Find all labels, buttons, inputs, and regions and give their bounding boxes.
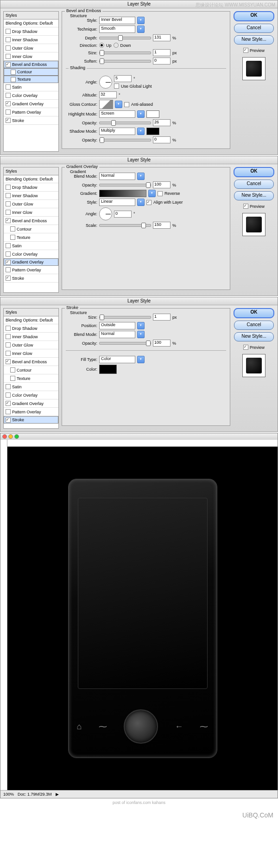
blend-mode-select[interactable]: Normal — [99, 331, 135, 338]
sh-opacity-slider[interactable] — [99, 139, 151, 141]
dropdown-icon[interactable]: ▾ — [137, 110, 145, 118]
ok-button[interactable]: OK — [234, 11, 274, 21]
style-select[interactable]: Inner Bevel — [99, 17, 135, 24]
preview-checkbox[interactable] — [243, 48, 248, 53]
checkbox[interactable] — [11, 70, 16, 75]
style-texture[interactable]: Texture — [4, 233, 58, 242]
style-satin[interactable]: Satin — [4, 83, 58, 91]
highlight-color[interactable] — [146, 110, 159, 118]
style-pattern-overlay[interactable]: Pattern Overlay — [4, 408, 58, 416]
style-color-overlay[interactable]: Color Overlay — [4, 91, 58, 100]
angle-dial[interactable] — [99, 207, 112, 220]
soften-slider[interactable] — [99, 60, 151, 63]
dropdown-icon[interactable]: ▾ — [148, 190, 156, 197]
canvas-area[interactable]: ⌂ ⁓ ← ⁓ — [7, 447, 278, 790]
cancel-button[interactable]: Cancel — [234, 321, 274, 330]
angle-input[interactable]: 0 — [114, 211, 132, 218]
checkbox[interactable] — [6, 37, 11, 42]
highlight-mode-select[interactable]: Screen — [99, 110, 135, 118]
style-bevel-emboss[interactable]: Bevel and Emboss — [4, 217, 58, 225]
preview-checkbox[interactable] — [243, 204, 248, 209]
dropdown-icon[interactable]: ▾ — [137, 331, 145, 338]
new-style-button[interactable]: New Style... — [234, 191, 274, 200]
style-inner-glow[interactable]: Inner Glow — [4, 52, 58, 61]
style-inner-shadow[interactable]: Inner Shadow — [4, 333, 58, 341]
shadow-mode-select[interactable]: Multiply — [99, 128, 135, 135]
reverse-checkbox[interactable] — [158, 191, 163, 196]
style-inner-shadow[interactable]: Inner Shadow — [4, 192, 58, 200]
altitude-input[interactable]: 32 — [99, 91, 117, 98]
stroke-size-input[interactable]: 1 — [153, 314, 171, 321]
new-style-button[interactable]: New Style... — [234, 332, 274, 341]
checkbox[interactable] — [6, 54, 11, 59]
fill-type-select[interactable]: Color — [99, 356, 135, 363]
dropdown-icon[interactable]: ▾ — [137, 356, 145, 363]
checkbox[interactable] — [6, 109, 11, 115]
dropdown-icon[interactable]: ▾ — [137, 173, 145, 180]
cancel-button[interactable]: Cancel — [234, 180, 274, 189]
style-contour[interactable]: Contour — [4, 225, 58, 233]
style-color-overlay[interactable]: Color Overlay — [4, 391, 58, 399]
new-style-button[interactable]: New Style... — [234, 35, 274, 45]
close-icon[interactable] — [2, 434, 7, 439]
zoom-icon[interactable] — [14, 434, 19, 439]
dropdown-icon[interactable]: ▾ — [137, 199, 145, 206]
angle-dial[interactable] — [99, 76, 112, 89]
style-drop-shadow[interactable]: Drop Shadow — [4, 324, 58, 333]
gloss-contour-picker[interactable] — [99, 100, 113, 109]
blending-options-row[interactable]: Blending Options: Default — [4, 19, 58, 27]
style-outer-glow[interactable]: Outer Glow — [4, 341, 58, 349]
technique-select[interactable]: Smooth — [99, 26, 135, 33]
global-light-checkbox[interactable] — [114, 84, 119, 89]
checkbox[interactable] — [6, 45, 11, 51]
stroke-size-slider[interactable] — [99, 316, 151, 319]
minimize-icon[interactable] — [8, 434, 13, 439]
style-satin[interactable]: Satin — [4, 383, 58, 391]
dropdown-icon[interactable]: ▾ — [137, 26, 145, 33]
preview-checkbox[interactable] — [243, 345, 248, 350]
style-inner-glow[interactable]: Inner Glow — [4, 349, 58, 358]
blend-mode-select[interactable]: Normal — [99, 173, 135, 180]
dropdown-icon[interactable]: ▾ — [137, 17, 145, 24]
scale-input[interactable]: 150 — [153, 222, 171, 229]
checkbox[interactable] — [6, 29, 11, 34]
gradient-picker[interactable] — [99, 190, 146, 197]
zoom-level[interactable]: 100% — [3, 792, 14, 797]
opacity-input[interactable]: 100 — [153, 181, 171, 188]
grad-style-select[interactable]: Linear — [99, 199, 135, 206]
angle-input[interactable]: 5 — [114, 75, 132, 82]
style-texture[interactable]: Texture — [4, 76, 58, 83]
hl-opacity-input[interactable]: 26 — [153, 119, 171, 126]
dropdown-icon[interactable]: ▾ — [137, 322, 145, 329]
style-outer-glow[interactable]: Outer Glow — [4, 200, 58, 208]
style-bevel-emboss[interactable]: Bevel and Emboss — [4, 61, 58, 68]
style-contour[interactable]: Contour — [4, 68, 58, 76]
style-inner-glow[interactable]: Inner Glow — [4, 208, 58, 217]
ruler-vertical[interactable] — [0, 440, 7, 790]
depth-input[interactable]: 131 — [153, 34, 171, 41]
style-stroke[interactable]: Stroke — [4, 116, 58, 125]
ok-button[interactable]: OK — [234, 308, 274, 318]
depth-slider[interactable] — [99, 37, 151, 39]
opacity-slider[interactable] — [99, 184, 151, 186]
size-slider[interactable] — [99, 51, 151, 54]
down-radio[interactable] — [114, 43, 119, 48]
checkbox[interactable] — [11, 77, 16, 82]
style-inner-shadow[interactable]: Inner Shadow — [4, 36, 58, 44]
hl-opacity-slider[interactable] — [99, 122, 151, 124]
ok-button[interactable]: OK — [234, 167, 274, 177]
stroke-opacity-slider[interactable] — [99, 342, 151, 345]
soften-input[interactable]: 0 — [153, 58, 171, 64]
style-drop-shadow[interactable]: Drop Shadow — [4, 183, 58, 192]
style-gradient-overlay[interactable]: Gradient Overlay — [4, 399, 58, 408]
shadow-color[interactable] — [146, 128, 159, 135]
position-select[interactable]: Outside — [99, 322, 135, 329]
style-gradient-overlay[interactable]: Gradient Overlay — [4, 258, 58, 266]
ruler-horizontal[interactable] — [7, 440, 278, 447]
stroke-opacity-input[interactable]: 100 — [153, 340, 171, 347]
checkbox[interactable] — [6, 93, 11, 98]
window-titlebar[interactable] — [0, 433, 278, 440]
style-outer-glow[interactable]: Outer Glow — [4, 44, 58, 52]
dropdown-icon[interactable]: ▾ — [137, 128, 145, 135]
checkbox[interactable] — [6, 84, 11, 90]
